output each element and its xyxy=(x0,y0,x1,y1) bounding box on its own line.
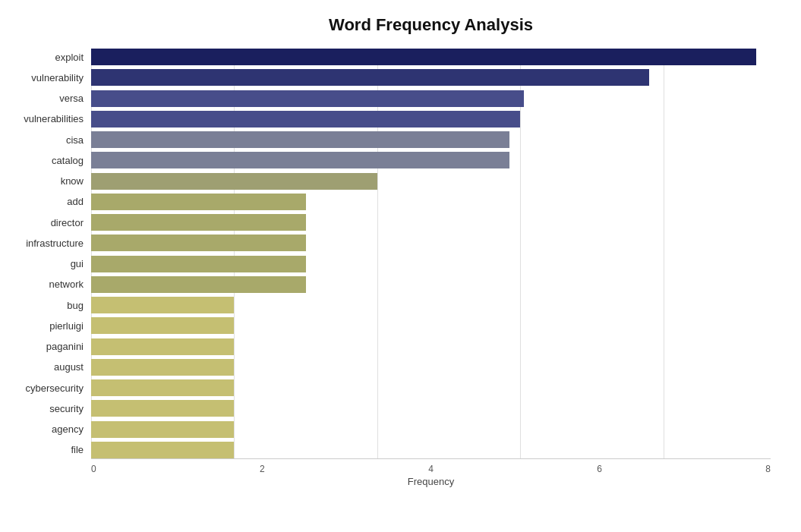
chart-title: Word Frequency Analysis xyxy=(91,15,771,35)
x-tick: 2 xyxy=(260,464,265,474)
bar-track xyxy=(91,90,771,107)
bar-track xyxy=(91,152,771,168)
x-ticks: 02468 xyxy=(91,459,771,474)
bar-track xyxy=(91,338,771,355)
bar-track xyxy=(91,131,771,148)
bar-label: bug xyxy=(8,300,91,311)
bar-row: pierluigi xyxy=(91,317,771,334)
bars-area: exploitvulnerabilityversavulnerabilities… xyxy=(91,49,771,458)
bar-track xyxy=(91,235,771,251)
bar-track xyxy=(91,69,771,86)
bar-row: august xyxy=(91,359,771,376)
bar-row: exploit xyxy=(91,49,771,65)
bar-row: cybersecurity xyxy=(91,379,771,396)
bar-track xyxy=(91,276,771,293)
bar-track xyxy=(91,173,771,190)
bar-label: vulnerability xyxy=(8,72,91,83)
bar-fill xyxy=(91,111,520,127)
bar-label: security xyxy=(8,403,91,414)
bar-fill xyxy=(91,421,234,438)
bar-label: pierluigi xyxy=(8,320,91,332)
bar-track xyxy=(91,49,771,65)
bar-row: catalog xyxy=(91,152,771,168)
bar-label: august xyxy=(8,361,91,373)
bar-label: cybersecurity xyxy=(8,382,91,394)
bar-row: paganini xyxy=(91,338,771,355)
bar-row: gui xyxy=(91,256,771,272)
bar-track xyxy=(91,214,771,231)
bar-track xyxy=(91,297,771,313)
bar-label: catalog xyxy=(8,155,91,166)
bar-label: versa xyxy=(8,93,91,104)
bar-fill xyxy=(91,256,306,272)
bar-fill xyxy=(91,442,234,458)
bar-label: paganini xyxy=(8,341,91,352)
bar-fill xyxy=(91,152,509,168)
bar-track xyxy=(91,256,771,272)
chart-container: Word Frequency Analysis exploitvulnerabi… xyxy=(0,0,801,532)
bar-row: vulnerability xyxy=(91,69,771,86)
bar-fill xyxy=(91,338,234,355)
bar-row: bug xyxy=(91,297,771,313)
bar-label: add xyxy=(8,196,91,207)
bar-fill xyxy=(91,194,306,210)
x-tick: 0 xyxy=(91,464,96,474)
bar-track xyxy=(91,317,771,334)
bar-row: vulnerabilities xyxy=(91,111,771,127)
bar-track xyxy=(91,194,771,210)
bar-track xyxy=(91,400,771,417)
bar-fill xyxy=(91,359,234,376)
bar-row: know xyxy=(91,173,771,190)
bar-fill xyxy=(91,400,234,417)
bar-label: know xyxy=(8,175,91,187)
bar-label: exploit xyxy=(8,52,91,63)
bar-fill xyxy=(91,214,306,231)
bar-label: director xyxy=(8,217,91,228)
bar-label: file xyxy=(8,444,91,455)
bar-fill xyxy=(91,297,234,313)
chart-area: exploitvulnerabilityversavulnerabilities… xyxy=(91,49,771,489)
bar-track xyxy=(91,111,771,127)
bar-label: cisa xyxy=(8,134,91,146)
bar-label: agency xyxy=(8,423,91,435)
x-tick: 8 xyxy=(765,464,771,474)
bar-track xyxy=(91,442,771,458)
x-tick: 6 xyxy=(597,464,602,474)
bar-row: file xyxy=(91,442,771,458)
bar-label: network xyxy=(8,279,91,290)
bar-row: agency xyxy=(91,421,771,438)
bar-row: director xyxy=(91,214,771,231)
bar-track xyxy=(91,421,771,438)
bar-row: infrastructure xyxy=(91,235,771,251)
bar-fill xyxy=(91,235,306,251)
bar-fill xyxy=(91,379,234,396)
x-tick: 4 xyxy=(428,464,434,474)
x-axis: 02468 Frequency xyxy=(91,458,771,489)
bar-fill xyxy=(91,276,306,293)
bar-row: security xyxy=(91,400,771,417)
bar-label: gui xyxy=(8,258,91,269)
bar-row: versa xyxy=(91,90,771,107)
bar-fill xyxy=(91,131,509,148)
bar-row: add xyxy=(91,194,771,210)
bar-fill xyxy=(91,69,649,86)
bar-fill xyxy=(91,49,756,65)
bar-row: network xyxy=(91,276,771,293)
bar-label: vulnerabilities xyxy=(8,113,91,124)
bar-track xyxy=(91,379,771,396)
bar-row: cisa xyxy=(91,131,771,148)
bar-track xyxy=(91,359,771,376)
bar-fill xyxy=(91,173,377,190)
bar-fill xyxy=(91,317,234,334)
bar-label: infrastructure xyxy=(8,238,91,249)
bar-fill xyxy=(91,90,524,107)
x-axis-label: Frequency xyxy=(91,476,771,487)
